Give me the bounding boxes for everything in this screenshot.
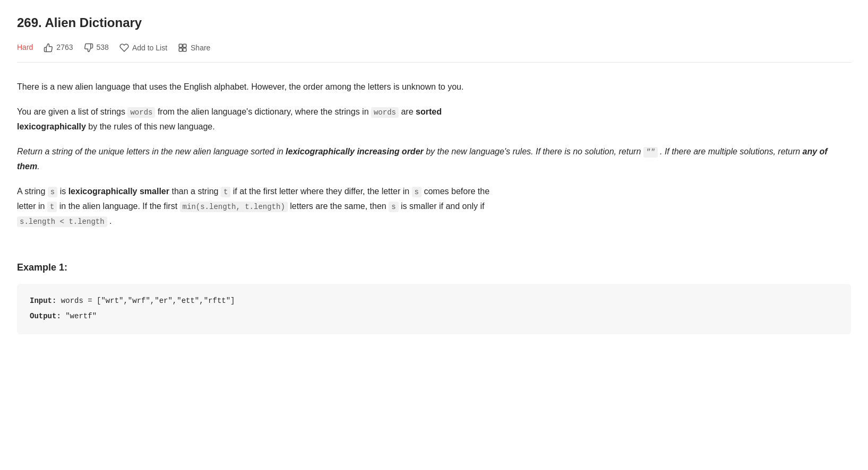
p3-italic-1: a string of the unique letters in the ne… — [45, 147, 286, 156]
p4-text-5: in the alien language. If the first — [57, 202, 179, 211]
example-1-output-label: Output: — [30, 312, 61, 320]
p4-code-t2: t — [47, 202, 57, 212]
add-to-list-button[interactable]: Add to List — [119, 43, 167, 53]
p4-code-min: min(s.length, t.length) — [180, 202, 288, 212]
example-1-input-line: Input: words = ["wrt","wrf","er","ett","… — [30, 294, 838, 308]
upvote-item[interactable]: 2763 — [44, 41, 73, 53]
thumbs-down-icon — [84, 43, 93, 53]
example-1-title: Example 1: — [17, 260, 851, 275]
page-container: 269. Alien Dictionary Hard 2763 538 Add … — [0, 0, 868, 347]
p2-code-words2: words — [371, 107, 399, 118]
thumbs-up-icon — [44, 43, 53, 53]
example-1-output-line: Output: "wertf" — [30, 310, 838, 323]
example-1-block: Input: words = ["wrt","wrf","er","ett","… — [17, 284, 851, 334]
example-1-input-value: words = ["wrt","wrf","er","ett","rftt"] — [61, 297, 235, 305]
paragraph-2: You are given a list of strings words fr… — [17, 105, 851, 134]
p4-text-2: is lexicographically smaller than a stri… — [57, 187, 221, 196]
p4-bold: lexicographically smaller — [68, 187, 169, 196]
examples-section: Example 1: Input: words = ["wrt","wrf","… — [17, 260, 851, 334]
description-section: There is a new alien language that uses … — [17, 75, 851, 243]
p3-italic-2: by the new language's rules. If there is… — [424, 147, 643, 156]
share-icon — [178, 43, 187, 53]
add-to-list-label: Add to List — [132, 43, 167, 52]
p3-text-1: Return a string of the unique letters in… — [17, 147, 643, 156]
svg-rect-2 — [179, 48, 182, 51]
p2-text-1: You are given a list of strings — [17, 107, 127, 116]
p4-text-1: A string — [17, 187, 48, 196]
p3-italic-4: . — [37, 162, 39, 171]
p4-code-s3: s — [389, 202, 398, 212]
downvote-count: 538 — [97, 41, 109, 53]
p4-text-7: is smaller if and only if — [399, 202, 485, 211]
p2-code-words1: words — [127, 107, 155, 118]
paragraph-4: A string s is lexicographically smaller … — [17, 184, 851, 228]
p3-code: "" — [643, 147, 658, 158]
p4-text-6: letters are the same, then — [288, 202, 389, 211]
share-label: Share — [191, 43, 210, 52]
p4-text-3: if at the first letter where they differ… — [230, 187, 411, 196]
p2-text-2: from the alien language's dictionary, wh… — [155, 107, 371, 116]
example-1-output-value: "wertf" — [65, 312, 97, 320]
p4-code-t: t — [221, 187, 230, 197]
example-1-input-label: Input: — [30, 297, 56, 305]
p4-code-s2: s — [412, 187, 422, 197]
heart-icon — [119, 43, 129, 53]
p3-bold-italic: lexicographically increasing order — [286, 147, 424, 156]
difficulty-badge[interactable]: Hard — [17, 41, 33, 53]
p4-code-len: s.length < t.length — [17, 216, 107, 227]
svg-rect-3 — [183, 48, 186, 51]
downvote-item[interactable]: 538 — [84, 41, 109, 53]
p4-code-s1: s — [48, 187, 57, 197]
p1-text: There is a new alien language that uses … — [17, 82, 463, 91]
p3-italic-3: . If there are multiple solutions, retur… — [658, 147, 803, 156]
paragraph-1: There is a new alien language that uses … — [17, 80, 851, 94]
share-button[interactable]: Share — [178, 43, 210, 53]
svg-rect-0 — [179, 44, 182, 47]
problem-title: 269. Alien Dictionary — [17, 13, 851, 33]
meta-bar: Hard 2763 538 Add to List — [17, 41, 851, 62]
svg-rect-1 — [183, 44, 186, 47]
p4-text-8: . — [107, 216, 112, 225]
upvote-count: 2763 — [56, 41, 73, 53]
paragraph-3: Return a string of the unique letters in… — [17, 144, 851, 173]
